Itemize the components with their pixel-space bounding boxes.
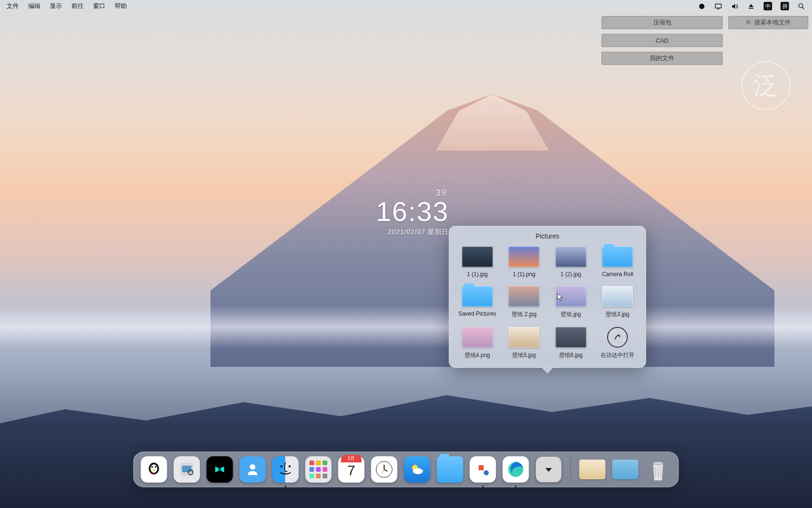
- stack-item-label: 壁纸5.jpg: [512, 351, 536, 359]
- menu-item-3[interactable]: 前往: [71, 2, 84, 10]
- stack-item-2[interactable]: 1 (2).jpg: [550, 246, 592, 278]
- dock-app-wps[interactable]: [470, 456, 496, 483]
- stack-item-label: 壁纸6.jpg: [559, 351, 583, 359]
- stack-item-label: 在访达中打开: [601, 351, 634, 359]
- image-thumbnail-icon: [462, 327, 493, 348]
- svg-point-12: [153, 469, 155, 471]
- dock-app-preview[interactable]: [174, 456, 200, 483]
- menu-item-4[interactable]: 窗口: [93, 2, 105, 10]
- svg-rect-26: [479, 465, 484, 470]
- stack-item-1[interactable]: 1 (1).png: [503, 246, 546, 278]
- search-label: 搜索本地文件: [754, 18, 791, 27]
- svg-point-4: [799, 3, 803, 8]
- display-icon[interactable]: [714, 2, 722, 10]
- svg-point-0: [699, 3, 704, 8]
- dock-trash[interactable]: [645, 456, 671, 483]
- stack-item-6[interactable]: 壁纸.jpg: [550, 286, 592, 318]
- svg-point-24: [413, 468, 423, 474]
- dock-app-dropdown[interactable]: [536, 456, 562, 483]
- dock-separator: [570, 457, 571, 482]
- quick-button-0[interactable]: 压缩包: [601, 16, 723, 29]
- stack-item-label: 壁纸 2.jpg: [512, 310, 537, 318]
- dock: 2月7: [133, 452, 679, 487]
- menu-item-5[interactable]: 帮助: [115, 2, 127, 10]
- stack-item-label: 壁纸.jpg: [561, 310, 581, 318]
- stack-item-10[interactable]: 壁纸6.jpg: [550, 327, 592, 359]
- dock-app-clock[interactable]: [371, 456, 398, 483]
- open-in-finder-icon: [607, 327, 628, 348]
- menu-item-1[interactable]: 编辑: [28, 2, 40, 10]
- image-thumbnail-icon: [555, 286, 586, 307]
- desktop-wallpaper[interactable]: [0, 0, 812, 508]
- svg-rect-1: [715, 4, 721, 8]
- dock-app-launchpad[interactable]: [305, 456, 332, 483]
- dock-minimized-min-window-1[interactable]: [579, 460, 606, 479]
- stack-item-0[interactable]: 1 (1).jpg: [456, 246, 499, 278]
- input-method-zhong-icon[interactable]: 中: [764, 2, 772, 10]
- desktop-quick-buttons: 压缩包CAD我的文件 搜索本地文件: [601, 16, 808, 65]
- image-thumbnail-icon: [555, 246, 586, 267]
- dock-app-contacts[interactable]: [240, 456, 266, 483]
- clock-seconds: 39: [376, 188, 447, 198]
- folder-icon: [462, 286, 493, 307]
- dock-app-finder[interactable]: [273, 456, 299, 483]
- svg-rect-3: [749, 8, 754, 8]
- running-indicator-icon: [285, 485, 287, 487]
- input-method-pin-icon[interactable]: 拼: [781, 2, 789, 10]
- svg-point-17: [281, 465, 282, 467]
- svg-point-27: [484, 470, 489, 476]
- dock-app-edge[interactable]: [503, 456, 529, 483]
- menu-bar: 文件编辑显示前往窗口帮助 中 拼: [0, 0, 812, 12]
- stack-item-label: Camera Roll: [602, 271, 633, 278]
- stack-item-label: 1 (1).png: [513, 271, 535, 278]
- stack-item-7[interactable]: 壁纸3.jpg: [597, 286, 639, 318]
- svg-point-6: [747, 21, 750, 24]
- dock-app-pictures-folder[interactable]: [437, 456, 463, 483]
- pictures-stack-popup: Pictures 1 (1).jpg1 (1).png1 (2).jpgCame…: [449, 226, 646, 368]
- clock-date: 2021/02/07 星期日: [376, 228, 449, 237]
- clock-time: 16:33: [376, 198, 449, 225]
- stack-item-label: 1 (1).jpg: [467, 271, 488, 278]
- folder-icon: [602, 246, 633, 267]
- stack-item-label: Saved Pictures: [458, 310, 496, 317]
- dock-app-qq[interactable]: [141, 456, 167, 483]
- stack-item-label: 壁纸3.jpg: [606, 310, 629, 318]
- stack-item-label: 1 (2).jpg: [561, 271, 581, 278]
- stack-item-5[interactable]: 壁纸 2.jpg: [503, 286, 546, 318]
- stack-item-label: 壁纸4.png: [465, 351, 490, 359]
- stack-item-9[interactable]: 壁纸5.jpg: [503, 327, 546, 359]
- stack-item-11[interactable]: 在访达中打开: [597, 327, 639, 359]
- dock-minimized-min-window-2[interactable]: [612, 460, 639, 479]
- volume-icon[interactable]: [731, 2, 739, 10]
- dock-app-calendar[interactable]: 2月7: [338, 456, 365, 483]
- dock-app-weather[interactable]: [404, 456, 430, 483]
- cloud-icon[interactable]: [698, 2, 706, 10]
- desktop-clock-widget: 39 16:33 2021/02/07 星期日: [376, 188, 449, 237]
- image-thumbnail-icon: [508, 286, 539, 307]
- search-local-files-button[interactable]: 搜索本地文件: [728, 16, 808, 29]
- menu-item-0[interactable]: 文件: [7, 2, 19, 10]
- image-thumbnail-icon: [462, 246, 493, 267]
- image-thumbnail-icon: [602, 286, 633, 307]
- stack-title: Pictures: [456, 232, 639, 240]
- svg-point-29: [653, 462, 664, 465]
- menu-item-2[interactable]: 显示: [50, 2, 62, 10]
- image-thumbnail-icon: [508, 327, 539, 348]
- quick-button-2[interactable]: 我的文件: [601, 52, 723, 65]
- svg-point-18: [289, 465, 290, 467]
- eject-icon[interactable]: [747, 2, 755, 10]
- dock-app-capcut[interactable]: [207, 456, 233, 483]
- svg-point-11: [155, 466, 156, 468]
- stack-item-3[interactable]: Camera Roll: [597, 246, 639, 278]
- stack-item-4[interactable]: Saved Pictures: [456, 286, 499, 318]
- svg-point-9: [150, 464, 157, 473]
- quick-button-1[interactable]: CAD: [601, 34, 723, 47]
- spotlight-icon[interactable]: [797, 2, 805, 10]
- svg-rect-14: [182, 466, 192, 472]
- svg-point-16: [250, 464, 256, 470]
- image-thumbnail-icon: [508, 246, 539, 267]
- svg-point-10: [151, 466, 153, 468]
- running-indicator-icon: [482, 485, 484, 487]
- stack-item-8[interactable]: 壁纸4.png: [456, 327, 499, 359]
- image-thumbnail-icon: [555, 327, 586, 348]
